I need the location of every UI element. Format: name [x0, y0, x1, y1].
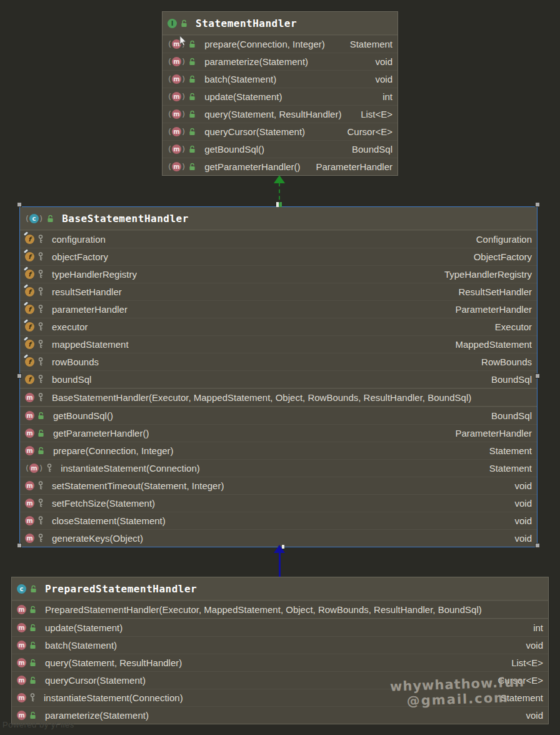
abstract-paren: (: [168, 144, 172, 154]
class-title: PreparedStatementHandler: [45, 583, 197, 595]
method-icon: m: [17, 658, 26, 667]
method-row[interactable]: (m)queryCursor(Statement)Cursor<E>: [162, 123, 398, 140]
method-row[interactable]: minstantiateStatement(Connection)Stateme…: [12, 689, 548, 706]
field-row[interactable]: ftypeHandlerRegistryTypeHandlerRegistry: [20, 265, 537, 283]
method-signature: setFetchSize(Statement): [52, 498, 155, 509]
method-row[interactable]: mupdate(Statement)int: [12, 619, 548, 636]
method-icon: m: [25, 446, 34, 455]
protected-key-icon: [38, 534, 44, 542]
method-icon: (m): [168, 57, 186, 66]
method-signature: query(Statement, ResultHandler): [204, 109, 341, 119]
selection-handle-top-right[interactable]: [535, 202, 540, 207]
field-row[interactable]: fobjectFactoryObjectFactory: [20, 248, 537, 265]
selection-handle-bottom-right[interactable]: [535, 543, 540, 548]
field-row[interactable]: frowBoundsRowBounds: [20, 353, 537, 370]
final-modifier-tick: [24, 354, 28, 358]
protected-key-icon: [38, 481, 44, 490]
abstract-paren: ): [181, 74, 186, 84]
method-row[interactable]: mparameterize(Statement)void: [12, 706, 548, 724]
field-row[interactable]: fconfigurationConfiguration: [20, 230, 537, 248]
method-row[interactable]: (m)getBoundSql()BoundSql: [162, 140, 398, 158]
class-header[interactable]: cPreparedStatementHandler: [12, 577, 548, 601]
public-lock-icon: [189, 58, 196, 66]
method-icon: m: [25, 393, 34, 402]
method-type: BoundSql: [343, 144, 392, 155]
constructor-row[interactable]: mBaseStatementHandler(Executor, MappedSt…: [20, 388, 537, 406]
field-icon: f: [25, 375, 34, 384]
method-row[interactable]: (m)parameterize(Statement)void: [162, 53, 398, 70]
method-signature: parameterize(Statement): [45, 710, 149, 721]
method-signature: getParameterHandler(): [204, 161, 300, 172]
public-lock-icon: [38, 447, 45, 455]
selection-handle-bottom-left[interactable]: [17, 543, 22, 548]
class-title: BaseStatementHandler: [62, 213, 189, 225]
lock-open-icon: [189, 40, 196, 48]
member-gutter: m: [17, 711, 37, 720]
class-node-statement-handler[interactable]: IStatementHandler(m)prepare(Connection, …: [162, 11, 398, 176]
method-type: void: [506, 480, 532, 491]
member-gutter: f: [25, 305, 44, 314]
member-gutter: m: [25, 393, 44, 402]
class-node-prepared-statement-handler[interactable]: cPreparedStatementHandlermPreparedStatem…: [11, 577, 549, 724]
method-icon: m: [25, 534, 34, 543]
method-row[interactable]: mprepare(Connection, Integer)Statement: [20, 442, 537, 459]
method-row[interactable]: (m)update(Statement)int: [162, 88, 398, 105]
method-row[interactable]: mquery(Statement, ResultHandler)List<E>: [12, 654, 548, 671]
key-icon: [38, 357, 44, 366]
class-header[interactable]: IStatementHandler: [162, 12, 398, 35]
key-icon: [38, 534, 44, 542]
member-gutter: f: [25, 252, 44, 261]
method-row[interactable]: (m)prepare(Connection, Integer)Statement: [162, 35, 398, 53]
abstract-paren: ): [181, 109, 186, 119]
field-row[interactable]: fexecutorExecutor: [20, 318, 537, 335]
method-row[interactable]: mbatch(Statement)void: [12, 636, 548, 654]
method-type: Statement: [492, 692, 543, 703]
key-icon: [38, 340, 44, 348]
method-row[interactable]: mgetParameterHandler()ParameterHandler: [20, 424, 537, 442]
field-row[interactable]: fboundSqlBoundSql: [20, 370, 537, 388]
final-modifier-tick: [24, 319, 28, 323]
method-row[interactable]: mqueryCursor(Statement)Cursor<E>: [12, 671, 548, 689]
method-row[interactable]: (m)getParameterHandler()ParameterHandler: [162, 158, 398, 175]
class-header[interactable]: (c)BaseStatementHandler: [20, 207, 537, 230]
method-icon: m: [17, 641, 26, 650]
public-lock-icon: [29, 676, 37, 684]
member-gutter: m: [17, 676, 37, 685]
member-gutter: m: [25, 446, 45, 455]
constructor-row[interactable]: mPreparedStatementHandler(Executor, Mapp…: [12, 601, 548, 618]
method-row[interactable]: msetFetchSize(Statement)void: [20, 494, 537, 512]
method-row[interactable]: mgetBoundSql()BoundSql: [20, 407, 537, 424]
method-row[interactable]: mgenerateKeys(Object)void: [20, 529, 537, 547]
field-row[interactable]: fresultSetHandlerResultSetHandler: [20, 283, 537, 300]
field-row[interactable]: fparameterHandlerParameterHandler: [20, 300, 537, 318]
method-row[interactable]: mcloseStatement(Statement)void: [20, 512, 537, 529]
protected-key-icon: [38, 357, 44, 366]
generalization-edge[interactable]: [279, 552, 281, 577]
method-type: void: [366, 74, 392, 84]
method-icon: m: [25, 481, 34, 490]
method-row[interactable]: msetStatementTimeout(Statement, Integer)…: [20, 477, 537, 494]
member-gutter: f: [25, 357, 44, 367]
field-icon: f: [25, 322, 34, 332]
method-icon: m: [17, 623, 26, 632]
selection-handle-mid-right[interactable]: [535, 373, 540, 378]
abstract-paren: (: [25, 214, 29, 223]
method-type: List<E>: [502, 657, 543, 668]
method-row[interactable]: (m)instantiateStatement(Connection)State…: [20, 459, 537, 477]
field-icon: f: [25, 252, 34, 261]
protected-key-icon: [46, 464, 52, 472]
key-icon: [38, 499, 44, 507]
key-icon: [38, 481, 44, 490]
public-lock-icon: [189, 163, 196, 171]
method-icon: m: [25, 481, 34, 490]
selection-handle-top-left[interactable]: [17, 202, 22, 207]
method-type: void: [506, 533, 532, 544]
method-row[interactable]: (m)query(Statement, ResultHandler)List<E…: [162, 105, 398, 123]
field-row[interactable]: fmappedStatementMappedStatement: [20, 335, 537, 353]
selection-handle-mid-left[interactable]: [17, 373, 22, 378]
class-node-base-statement-handler[interactable]: (c)BaseStatementHandlerfconfigurationCon…: [19, 206, 538, 547]
method-row[interactable]: (m)batch(Statement)void: [162, 70, 398, 88]
method-type: int: [374, 91, 392, 102]
member-gutter: (m): [168, 57, 196, 66]
edge-anchor-marker: [282, 545, 284, 549]
